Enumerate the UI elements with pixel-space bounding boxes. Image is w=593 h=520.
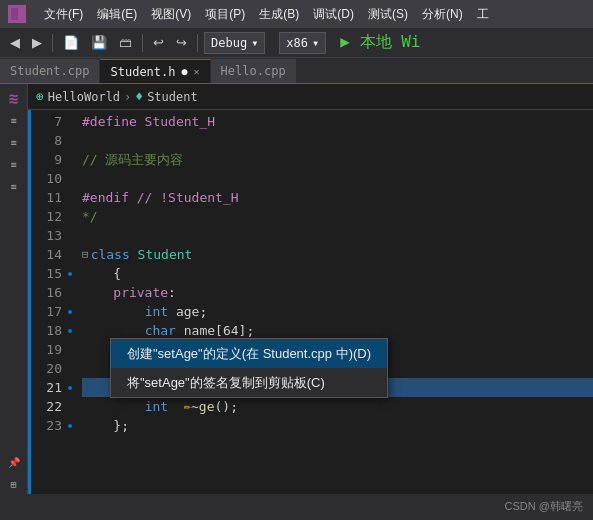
- breadcrumb: ⊕ HelloWorld › ♦ Student: [28, 84, 593, 110]
- save-button[interactable]: 💾: [87, 33, 111, 52]
- back-button[interactable]: ◀: [6, 33, 24, 52]
- breadcrumb-separator: ›: [124, 90, 131, 104]
- menu-debug[interactable]: 调试(D): [307, 4, 360, 25]
- line-num-20: 20: [28, 359, 62, 378]
- side-icon-2[interactable]: ≡: [2, 110, 26, 130]
- side-icon-3[interactable]: ≡: [2, 132, 26, 152]
- context-menu-label-2: 将"setAge"的签名复制到剪贴板(C): [127, 373, 325, 392]
- tab-bar: Student.cpp Student.h ● ✕ Hello.cpp: [0, 58, 593, 84]
- code-line-14: ⊟class Student: [82, 245, 593, 264]
- menu-bar: 文件(F) 编辑(E) 视图(V) 项目(P) 生成(B) 调试(D) 测试(S…: [38, 4, 495, 25]
- code-line-15: {: [82, 264, 593, 283]
- tab-label-student-h: Student.h: [110, 65, 175, 79]
- code-line-7: #define Student_H: [82, 112, 593, 131]
- undo-button[interactable]: ↩: [149, 33, 168, 52]
- line-num-14: 14: [28, 245, 62, 264]
- new-file-button[interactable]: 📄: [59, 33, 83, 52]
- tab-label-hello-cpp: Hello.cpp: [221, 64, 286, 78]
- side-icon-4[interactable]: ≡: [2, 154, 26, 174]
- line-numbers: 7 8 9 10 11 12 13 14 15 16 17 18 19 20 2…: [28, 110, 68, 494]
- menu-edit[interactable]: 编辑(E): [91, 4, 143, 25]
- code-line-10: [82, 169, 593, 188]
- gutter-dot-15: [68, 272, 72, 276]
- menu-more[interactable]: 工: [471, 4, 495, 25]
- gutter-dot-18: [68, 329, 72, 333]
- redo-button[interactable]: ↪: [172, 33, 191, 52]
- line-num-16: 16: [28, 283, 62, 302]
- side-icon-5[interactable]: ≡: [2, 176, 26, 196]
- collapse-14[interactable]: ⊟: [82, 245, 89, 264]
- side-icon-pin[interactable]: 📌: [2, 452, 26, 472]
- gutter-dot-23: [68, 424, 72, 428]
- menu-view[interactable]: 视图(V): [145, 4, 197, 25]
- line-num-7: 7: [28, 112, 62, 131]
- gutter: [68, 110, 78, 494]
- toolbar: ◀ ▶ 📄 💾 🗃 ↩ ↪ Debug ▾ x86 ▾ ▶ 本地 Wi: [0, 28, 593, 58]
- tab-hello-cpp[interactable]: Hello.cpp: [211, 59, 297, 83]
- toolbar-sep-1: [52, 34, 53, 52]
- title-bar: 文件(F) 编辑(E) 视图(V) 项目(P) 生成(B) 调试(D) 测试(S…: [0, 0, 593, 28]
- context-menu-label-1: 创建"setAge"的定义(在 Student.cpp 中)(D): [127, 344, 371, 363]
- config-dropdown[interactable]: Debug ▾: [204, 32, 265, 54]
- context-menu-item-2[interactable]: 将"setAge"的签名复制到剪贴板(C): [111, 368, 387, 397]
- line-num-19: 19: [28, 340, 62, 359]
- code-line-17: int age;: [82, 302, 593, 321]
- toolbar-sep-2: [142, 34, 143, 52]
- gutter-dot-17: [68, 310, 72, 314]
- run-button[interactable]: ▶ 本地 Wi: [340, 32, 420, 53]
- tab-student-h[interactable]: Student.h ● ✕: [100, 59, 210, 83]
- breadcrumb-symbol-icon: ♦: [135, 89, 143, 104]
- context-menu-item-1[interactable]: 创建"setAge"的定义(在 Student.cpp 中)(D): [111, 339, 387, 368]
- tab-label-student-cpp: Student.cpp: [10, 64, 89, 78]
- active-file-indicator: [28, 110, 31, 494]
- save-all-button[interactable]: 🗃: [115, 33, 136, 52]
- code-area: ⊕ HelloWorld › ♦ Student 7 8 9 10 11 12 …: [28, 84, 593, 494]
- code-line-12: */: [82, 207, 593, 226]
- code-content[interactable]: #define Student_H // 源码主要内容 #endif // !S…: [78, 110, 593, 494]
- menu-file[interactable]: 文件(F): [38, 4, 89, 25]
- menu-analyze[interactable]: 分析(N): [416, 4, 469, 25]
- side-icon-expand[interactable]: ⊞: [2, 474, 26, 494]
- breadcrumb-project-icon: ⊕: [36, 89, 44, 104]
- code-line-16: private:: [82, 283, 593, 302]
- line-num-21: 21: [28, 378, 62, 397]
- code-line-11: #endif // !Student_H: [82, 188, 593, 207]
- forward-button[interactable]: ▶: [28, 33, 46, 52]
- gutter-dot-21: [68, 386, 72, 390]
- menu-build[interactable]: 生成(B): [253, 4, 305, 25]
- lightbulb-icon[interactable]: ✏: [184, 397, 191, 416]
- line-num-11: 11: [28, 188, 62, 207]
- platform-dropdown[interactable]: x86 ▾: [279, 32, 326, 54]
- line-num-15: 15: [28, 264, 62, 283]
- editor-container: ≋ ≡ ≡ ≡ ≡ 📌 ⊞ ⊕ HelloWorld › ♦ Student 7…: [0, 84, 593, 494]
- line-num-18: 18: [28, 321, 62, 340]
- line-num-13: 13: [28, 226, 62, 245]
- code-editor[interactable]: 7 8 9 10 11 12 13 14 15 16 17 18 19 20 2…: [28, 110, 593, 494]
- tab-student-cpp[interactable]: Student.cpp: [0, 59, 100, 83]
- code-line-9: // 源码主要内容: [82, 150, 593, 169]
- line-num-8: 8: [28, 131, 62, 150]
- toolbar-sep-3: [197, 34, 198, 52]
- vs-logo: [8, 5, 26, 23]
- code-line-13: [82, 226, 593, 245]
- line-num-22: 22: [28, 397, 62, 416]
- line-num-17: 17: [28, 302, 62, 321]
- breadcrumb-project: HelloWorld: [48, 90, 120, 104]
- line-num-9: 9: [28, 150, 62, 169]
- context-menu: 创建"setAge"的定义(在 Student.cpp 中)(D) 将"setA…: [110, 338, 388, 398]
- code-line-22: int ✏~ge();: [82, 397, 593, 416]
- side-panel: ≋ ≡ ≡ ≡ ≡ 📌 ⊞: [0, 84, 28, 494]
- code-line-23: };: [82, 416, 593, 435]
- code-line-8: [82, 131, 593, 150]
- menu-project[interactable]: 项目(P): [199, 4, 251, 25]
- side-icon-1[interactable]: ≋: [2, 88, 26, 108]
- line-num-23: 23: [28, 416, 62, 435]
- tab-modified-indicator: ●: [182, 66, 188, 77]
- line-num-10: 10: [28, 169, 62, 188]
- breadcrumb-symbol: Student: [147, 90, 198, 104]
- line-num-12: 12: [28, 207, 62, 226]
- menu-test[interactable]: 测试(S): [362, 4, 414, 25]
- tab-close-button[interactable]: ✕: [194, 66, 200, 77]
- watermark: CSDN @韩曙亮: [505, 499, 583, 514]
